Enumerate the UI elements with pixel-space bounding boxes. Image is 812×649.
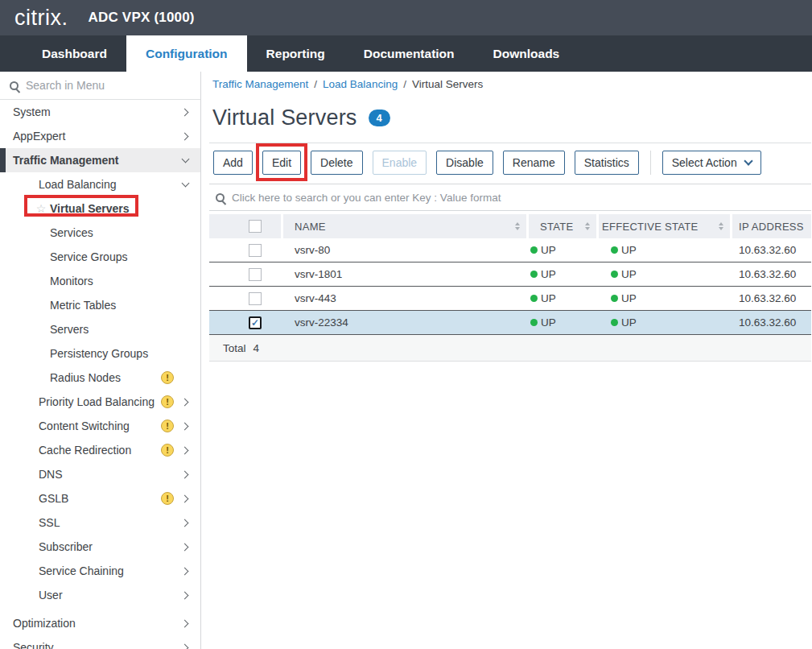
list-search-input[interactable] <box>232 192 805 204</box>
sidebar-item-ssl[interactable]: SSL <box>0 511 200 535</box>
sort-icon[interactable] <box>585 222 590 230</box>
chevron-right-icon <box>181 398 189 406</box>
sidebar-item-metric-tables[interactable]: Metric Tables <box>0 293 200 317</box>
cell-ip-address: 10.63.32.60 <box>732 311 811 334</box>
sidebar-item-gslb[interactable]: GSLB <box>0 486 200 511</box>
sidebar-item-virtual-servers[interactable]: Virtual Servers <box>0 196 200 221</box>
effective-state-label: UP <box>621 292 637 304</box>
cell-state: UP <box>529 287 596 310</box>
cell-checkbox <box>209 262 281 286</box>
select-all-checkbox[interactable] <box>249 220 262 233</box>
sidebar-item-system[interactable]: System <box>0 100 200 124</box>
sidebar-item-servers[interactable]: Servers <box>0 317 200 341</box>
sidebar-item-label: Priority Load Balancing <box>39 395 155 408</box>
sort-icon[interactable] <box>515 222 520 230</box>
add-button[interactable]: Add <box>213 151 253 175</box>
tab-reporting[interactable]: Reporting <box>247 35 344 72</box>
chevron-right-icon <box>181 108 189 116</box>
select-action-button[interactable]: Select Action <box>662 151 761 175</box>
tab-downloads[interactable]: Downloads <box>474 35 579 72</box>
enable-button[interactable]: Enable <box>373 151 427 175</box>
chevron-down-icon <box>744 156 752 165</box>
cell-effective-state: UP <box>599 311 730 334</box>
chevron-right-icon <box>181 494 189 502</box>
edit-button[interactable]: Edit <box>262 151 301 175</box>
state-up-dot <box>611 295 618 302</box>
breadcrumb-item-load-balancing[interactable]: Load Balancing <box>323 78 398 90</box>
sidebar-item-content-switching[interactable]: Content Switching <box>0 414 200 438</box>
sidebar-item-radius-nodes[interactable]: Radius Nodes <box>0 366 200 390</box>
list-search[interactable] <box>209 184 811 211</box>
breadcrumb-item-traffic-management[interactable]: Traffic Management <box>212 78 308 90</box>
sidebar-item-label: Monitors <box>50 275 93 287</box>
chevron-right-icon <box>181 422 189 430</box>
statistics-button[interactable]: Statistics <box>575 151 639 175</box>
warning-icon <box>161 395 174 408</box>
cell-ip-address: 10.63.32.60 <box>732 287 811 310</box>
column-header-label: EFFECTIVE STATE <box>602 221 699 233</box>
sidebar-item-cache-redirection[interactable]: Cache Redirection <box>0 438 200 462</box>
sidebar-item-user[interactable]: User <box>0 583 200 607</box>
tab-documentation[interactable]: Documentation <box>344 35 474 72</box>
state-label: UP <box>541 268 556 280</box>
state-label: UP <box>541 292 556 304</box>
delete-button[interactable]: Delete <box>311 151 362 175</box>
cell-effective-state: UP <box>599 262 730 286</box>
sidebar-item-load-balancing[interactable]: Load Balancing <box>0 172 200 196</box>
tab-configuration[interactable]: Configuration <box>126 35 247 72</box>
main-panel: Traffic Management/Load Balancing/Virtua… <box>201 72 812 649</box>
search-icon <box>10 81 19 90</box>
disable-button[interactable]: Disable <box>436 151 493 175</box>
table-row-vsrv-80[interactable]: vsrv-80 UP UP 10.63.32.60 <box>209 238 811 262</box>
sidebar-item-label: System <box>13 105 51 118</box>
warning-icon <box>161 371 174 384</box>
sidebar-item-service-chaining[interactable]: Service Chaining <box>0 559 200 583</box>
sidebar-item-monitors[interactable]: Monitors <box>0 269 200 293</box>
warning-icon <box>161 492 174 505</box>
column-header-ip-address[interactable]: IP ADDRESS <box>732 214 811 238</box>
state-up-dot <box>611 246 618 254</box>
sidebar-item-services[interactable]: Services <box>0 221 200 245</box>
sidebar-item-optimization[interactable]: Optimization <box>0 611 200 635</box>
chevron-right-icon <box>181 567 189 575</box>
sidebar-item-appexpert[interactable]: AppExpert <box>0 124 200 148</box>
cell-state: UP <box>529 311 596 334</box>
table-footer: Total 4 <box>209 335 811 362</box>
sidebar-item-label: Cache Redirection <box>39 444 131 457</box>
cell-name: vsrv-22334 <box>283 311 526 334</box>
table-row-vsrv-1801[interactable]: vsrv-1801 UP UP 10.63.32.60 <box>209 262 811 287</box>
table-row-vsrv-443[interactable]: vsrv-443 UP UP 10.63.32.60 <box>209 287 811 311</box>
row-checkbox[interactable] <box>249 268 262 281</box>
total-label: Total <box>223 342 246 354</box>
total-count: 4 <box>253 342 260 354</box>
rename-button[interactable]: Rename <box>503 151 565 175</box>
sidebar-item-label: Metric Tables <box>50 299 116 312</box>
row-checkbox[interactable] <box>249 244 262 257</box>
state-up-dot <box>530 246 538 254</box>
title-row: Virtual Servers 4 <box>212 93 812 134</box>
column-header-name[interactable]: NAME <box>283 214 526 238</box>
sidebar-item-priority-load-balancing[interactable]: Priority Load Balancing <box>0 390 200 414</box>
row-checkbox[interactable] <box>249 292 262 305</box>
column-header-state[interactable]: STATE <box>529 214 596 238</box>
state-up-dot <box>530 271 538 278</box>
table-row-vsrv-22334[interactable]: vsrv-22334 UP UP 10.63.32.60 <box>209 311 811 335</box>
sidebar-item-subscriber[interactable]: Subscriber <box>0 535 200 559</box>
sidebar-search[interactable] <box>0 72 200 100</box>
row-checkbox[interactable] <box>249 316 262 329</box>
column-header-effective-state[interactable]: EFFECTIVE STATE <box>599 214 730 238</box>
sidebar-item-security[interactable]: Security <box>0 635 200 649</box>
sidebar: System AppExpert Traffic Management <box>0 72 201 649</box>
sidebar-item-service-groups[interactable]: Service Groups <box>0 245 200 269</box>
column-header-select-all[interactable] <box>209 214 281 238</box>
tab-dashboard[interactable]: Dashboard <box>23 35 126 72</box>
sidebar-item-dns[interactable]: DNS <box>0 462 200 486</box>
state-up-dot <box>611 319 618 326</box>
search-icon <box>216 193 225 202</box>
sidebar-item-traffic-management[interactable]: Traffic Management <box>0 148 200 172</box>
sidebar-item-label: Subscriber <box>39 540 93 553</box>
sidebar-search-input[interactable] <box>26 79 191 92</box>
sort-icon[interactable] <box>719 222 723 230</box>
sidebar-item-persistency-groups[interactable]: Persistency Groups <box>0 341 200 366</box>
breadcrumb: Traffic Management/Load Balancing/Virtua… <box>201 72 812 93</box>
